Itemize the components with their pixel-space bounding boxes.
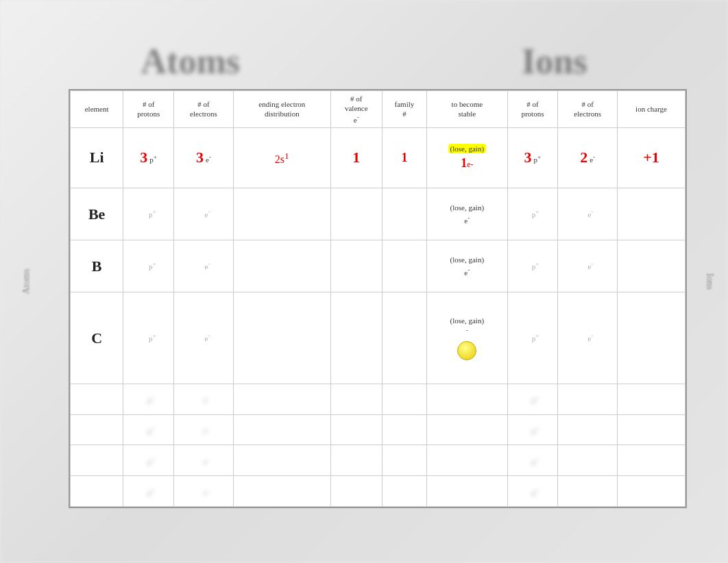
- be-ion-charge: [618, 188, 685, 240]
- col-ion-protons: # ofprotons: [507, 91, 558, 128]
- blurred-ion-p-1: p+: [507, 384, 558, 414]
- element-be: Be: [71, 188, 123, 240]
- blurred-stable-2: [427, 414, 507, 445]
- blurred-valence-3: [330, 445, 382, 476]
- be-valence: [330, 188, 382, 240]
- be-stable: (lose, gain)e-: [427, 188, 507, 240]
- blurred-electrons-1: e-: [174, 384, 234, 414]
- li-electrons: 3 e-: [174, 127, 234, 188]
- blurred-stable-4: [427, 476, 507, 507]
- col-protons: # ofprotons: [123, 91, 174, 128]
- title-right: Ions: [522, 41, 587, 82]
- c-stable: (lose, gain)-: [427, 292, 507, 384]
- blurred-charge-4: [618, 476, 685, 507]
- blurred-ion-e-4: [558, 476, 618, 507]
- blurred-config-2: [233, 414, 330, 445]
- element-b: B: [71, 240, 123, 292]
- li-valence: 1: [330, 127, 382, 188]
- col-ion-electrons: # ofelectrons: [558, 91, 618, 128]
- b-valence: [330, 240, 382, 292]
- be-ion-electrons: e-: [558, 188, 618, 240]
- col-family: family#: [382, 91, 426, 128]
- col-valence: # ofvalencee-: [330, 91, 382, 128]
- vertical-label-left: Atoms: [21, 268, 32, 294]
- header-row: element # ofprotons # ofelectrons ending…: [71, 91, 685, 128]
- c-electrons: e-: [174, 292, 234, 384]
- li-family: 1: [382, 127, 426, 188]
- c-ion-protons: p+: [507, 292, 558, 384]
- table-row-b: B p+ e- (lose, gain)e- p+ e-: [71, 240, 685, 292]
- blurred-valence-2: [330, 414, 382, 445]
- blurred-electrons-4: e-: [174, 476, 234, 507]
- blurred-config-1: [233, 384, 330, 414]
- b-config: [233, 240, 330, 292]
- blurred-protons-2: p+: [123, 414, 174, 445]
- be-config: [233, 188, 330, 240]
- be-family: [382, 188, 426, 240]
- blurred-ion-p-2: p+: [507, 414, 558, 445]
- blurred-electrons-2: e-: [174, 414, 234, 445]
- li-protons: 3 p+: [123, 127, 174, 188]
- blurred-protons-1: p+: [123, 384, 174, 414]
- c-ion-charge: [618, 292, 685, 384]
- vertical-label-right: Ions: [704, 273, 715, 290]
- blurred-charge-1: [618, 384, 685, 414]
- blurred-element-2: [71, 414, 123, 445]
- blurred-family-3: [382, 445, 426, 476]
- col-config: ending electrondistribution: [233, 91, 330, 128]
- blurred-stable-1: [427, 384, 507, 414]
- blurred-charge-2: [618, 414, 685, 445]
- blurred-element-1: [71, 384, 123, 414]
- blurred-family-4: [382, 476, 426, 507]
- blurred-family-1: [382, 384, 426, 414]
- table-row-li: Li 3 p+ 3 e- 2s1 1 1 (lose, gain): [71, 127, 685, 188]
- blurred-protons-4: p+: [123, 476, 174, 507]
- blurred-element-3: [71, 445, 123, 476]
- li-ion-electrons: 2 e-: [558, 127, 618, 188]
- c-protons: p+: [123, 292, 174, 384]
- li-config: 2s1: [233, 127, 330, 188]
- table-row-blurred-2: p+ e- p+: [71, 414, 685, 445]
- be-protons: p+: [123, 188, 174, 240]
- col-electrons: # ofelectrons: [174, 91, 234, 128]
- blurred-stable-3: [427, 445, 507, 476]
- blurred-charge-3: [618, 445, 685, 476]
- b-ion-protons: p+: [507, 240, 558, 292]
- blurred-element-4: [71, 476, 123, 507]
- c-family: [382, 292, 426, 384]
- blurred-valence-4: [330, 476, 382, 507]
- c-config: [233, 292, 330, 384]
- col-element: element: [71, 91, 123, 128]
- yellow-dot: [457, 341, 476, 360]
- blurred-family-2: [382, 414, 426, 445]
- blurred-ion-e-3: [558, 445, 618, 476]
- blurred-ion-e-1: [558, 384, 618, 414]
- li-ion-protons: 3 p+: [507, 127, 558, 188]
- b-ion-electrons: e-: [558, 240, 618, 292]
- li-ion-charge: +1: [618, 127, 685, 188]
- li-stable: (lose, gain) 1e-: [427, 127, 507, 188]
- main-table: element # ofprotons # ofelectrons ending…: [69, 89, 687, 508]
- b-ion-charge: [618, 240, 685, 292]
- title-area: Atoms Ions: [0, 41, 728, 82]
- blurred-ion-p-4: p+: [507, 476, 558, 507]
- blurred-protons-3: p+: [123, 445, 174, 476]
- b-electrons: e-: [174, 240, 234, 292]
- element-c: C: [71, 292, 123, 384]
- b-protons: p+: [123, 240, 174, 292]
- table-row-blurred-4: p+ e- p+: [71, 476, 685, 507]
- col-stable: to becomestable: [427, 91, 507, 128]
- blurred-ion-p-3: p+: [507, 445, 558, 476]
- blurred-config-3: [233, 445, 330, 476]
- blurred-config-4: [233, 476, 330, 507]
- be-electrons: e-: [174, 188, 234, 240]
- col-ion-charge: ion charge: [618, 91, 685, 128]
- table-row-c: C p+ e- (lose, gain)- p+: [71, 292, 685, 384]
- blurred-electrons-3: e-: [174, 445, 234, 476]
- table-row-blurred-3: p+ e- p+: [71, 445, 685, 476]
- b-family: [382, 240, 426, 292]
- c-ion-electrons: e-: [558, 292, 618, 384]
- be-ion-protons: p+: [507, 188, 558, 240]
- table-row-be: Be p+ e- (lose, gain)e- p+ e: [71, 188, 685, 240]
- c-valence: [330, 292, 382, 384]
